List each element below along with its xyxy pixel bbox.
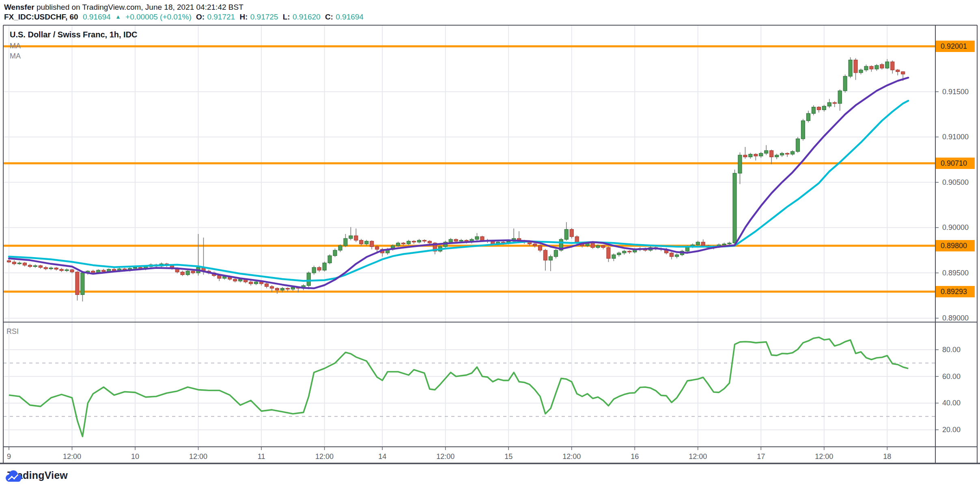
candle [549, 255, 552, 271]
price-axis-label: 0.90000 [942, 223, 969, 232]
candle [275, 288, 279, 294]
candle [44, 266, 47, 270]
candle [370, 240, 374, 249]
time-axis-label[interactable]: 18 [883, 452, 891, 461]
candle [349, 227, 353, 240]
candle [312, 266, 316, 275]
rsi-axis-label: 80.00 [942, 346, 961, 354]
candle [323, 262, 326, 272]
chart-title[interactable]: U.S. Dollar / Swiss Franc, 1h, IDC [10, 30, 138, 39]
candle [791, 150, 795, 156]
candle [344, 234, 347, 247]
candle [670, 252, 673, 260]
time-axis-label[interactable]: 12:00 [63, 452, 81, 461]
price-axis-label: 0.89000 [942, 314, 969, 322]
price-axis-label: 0.91500 [942, 88, 969, 96]
rsi-axis-label: 60.00 [942, 372, 961, 381]
candle [354, 229, 358, 242]
candle [817, 106, 821, 113]
candle [749, 153, 752, 158]
time-axis-label[interactable]: 17 [757, 452, 765, 461]
rsi-axis-label: 40.00 [942, 399, 961, 407]
candle [775, 154, 779, 159]
time-axis-label[interactable]: 16 [631, 452, 639, 461]
candle [743, 147, 747, 159]
time-axis-label[interactable]: 12:00 [436, 452, 454, 461]
candle [796, 137, 800, 153]
time-axis-label[interactable]: 11 [258, 452, 265, 461]
candle [601, 245, 605, 249]
candle [23, 262, 26, 266]
candle [328, 254, 332, 264]
ma-fast-line [9, 78, 908, 288]
candle [338, 245, 342, 252]
candle [628, 250, 631, 254]
time-axis-label[interactable]: 12:00 [189, 452, 207, 461]
candle [675, 253, 678, 258]
candle [738, 152, 742, 184]
tradingview-cloud-icon [4, 470, 23, 483]
candle [896, 69, 900, 76]
ma-indicator-label-2[interactable]: MA [10, 52, 21, 61]
candle [475, 233, 479, 241]
tradingview-snapshot: Wensfer published on TradingView.com, Ju… [0, 0, 980, 487]
price-level-badges: 0.920010.907100.898000.89293 [936, 41, 975, 297]
rsi-indicator-label[interactable]: RSI [6, 327, 19, 336]
candle [533, 242, 537, 247]
tradingview-watermark[interactable]: TradingView [4, 470, 68, 481]
candle [838, 89, 842, 110]
candle [849, 57, 852, 78]
candle [54, 267, 58, 271]
candle [612, 253, 616, 261]
candle [870, 65, 873, 72]
candle [754, 153, 758, 160]
candle [75, 271, 79, 300]
rsi-line [9, 337, 908, 436]
candle [891, 61, 894, 74]
time-axis-label[interactable]: 12:00 [315, 452, 334, 461]
candle [880, 63, 884, 69]
candle [622, 250, 626, 255]
time-axis-label[interactable]: 12:00 [562, 452, 581, 461]
candlestick-series [7, 57, 905, 301]
candle [186, 270, 190, 276]
candle [827, 99, 831, 108]
candle [17, 262, 21, 265]
candle [833, 101, 836, 107]
candle [202, 238, 205, 275]
candle [543, 249, 547, 271]
candle [854, 58, 857, 80]
candle [801, 119, 805, 141]
candle [412, 240, 416, 244]
candle [885, 59, 889, 69]
candle [812, 105, 815, 115]
candle [554, 249, 558, 258]
candle [333, 249, 337, 257]
candle [538, 245, 542, 252]
candle [191, 270, 195, 274]
time-axis-label[interactable]: 10 [131, 452, 139, 461]
time-axis-label[interactable]: 12:00 [815, 452, 833, 461]
gridlines [3, 25, 935, 447]
time-axis-label[interactable]: 14 [378, 452, 386, 461]
candle [407, 240, 410, 245]
price-axis-label: 0.91000 [942, 133, 969, 141]
candle [607, 247, 610, 262]
candle [60, 268, 63, 272]
candle [786, 152, 789, 157]
candle [570, 228, 573, 238]
time-axis-label[interactable]: 9 [7, 452, 11, 461]
price-level-badge-label: 0.90710 [941, 159, 967, 167]
chart-canvas[interactable]: 0.915000.910000.905000.900000.895000.890… [0, 0, 980, 487]
candle [770, 150, 773, 164]
candle [564, 222, 568, 241]
candle [49, 266, 53, 270]
ma-indicator-label-1[interactable]: MA [10, 42, 21, 50]
candle [859, 69, 863, 74]
candle [765, 145, 768, 155]
candle [843, 74, 847, 93]
time-axis-label[interactable]: 12:00 [689, 452, 707, 461]
candle [806, 111, 810, 123]
time-axis-label[interactable]: 15 [504, 452, 513, 461]
candle [360, 239, 363, 246]
